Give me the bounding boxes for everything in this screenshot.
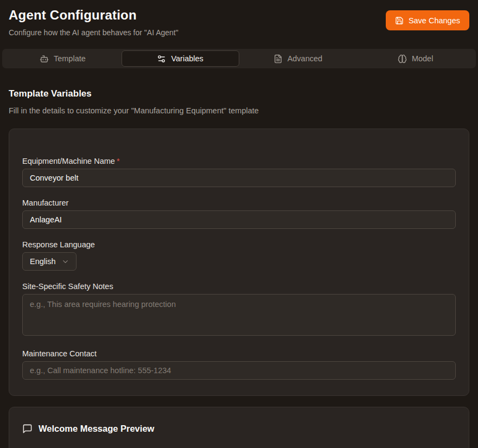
safety-notes-textarea[interactable] xyxy=(22,294,456,336)
tab-template-label: Template xyxy=(54,54,86,63)
section-title: Template Variables xyxy=(9,88,469,100)
page-header: Agent Configuration Configure how the AI… xyxy=(9,7,469,38)
safety-notes-label: Site-Specific Safety Notes xyxy=(22,281,456,291)
tab-advanced-label: Advanced xyxy=(288,54,323,63)
page-title: Agent Configuration xyxy=(9,7,179,24)
message-square-icon xyxy=(22,424,33,434)
save-changes-button[interactable]: Save Changes xyxy=(386,10,469,30)
file-text-icon xyxy=(273,54,283,63)
config-tabbar: Template Variables Advanced xyxy=(2,49,476,68)
response-language-label: Response Language xyxy=(22,240,456,249)
field-response-language: Response Language English xyxy=(22,240,456,271)
field-equipment-name: Equipment/Machine Name* xyxy=(22,156,456,187)
bot-icon xyxy=(40,54,49,63)
preview-title: Welcome Message Preview xyxy=(39,423,154,434)
section-subtitle: Fill in the details to customize your "M… xyxy=(9,105,469,116)
tab-advanced[interactable]: Advanced xyxy=(239,50,357,67)
field-manufacturer: Manufacturer xyxy=(22,198,456,229)
save-button-label: Save Changes xyxy=(409,16,460,25)
chevron-down-icon xyxy=(61,258,69,266)
save-icon xyxy=(395,16,404,25)
maintenance-contact-input[interactable] xyxy=(22,361,456,380)
equipment-name-label: Equipment/Machine Name* xyxy=(22,156,456,166)
tab-model-label: Model xyxy=(412,54,434,63)
equipment-name-input[interactable] xyxy=(22,169,456,187)
required-asterisk: * xyxy=(117,157,120,165)
tab-model[interactable]: Model xyxy=(356,50,474,67)
maintenance-contact-label: Maintenance Contact xyxy=(22,349,456,359)
tab-variables-label: Variables xyxy=(171,54,203,63)
manufacturer-label: Manufacturer xyxy=(22,198,456,208)
page-subtitle: Configure how the AI agent behaves for "… xyxy=(9,27,179,38)
tab-template[interactable]: Template xyxy=(4,50,122,67)
page-header-text: Agent Configuration Configure how the AI… xyxy=(9,7,179,38)
agent-configuration-page: Agent Configuration Configure how the AI… xyxy=(0,0,478,448)
manufacturer-input[interactable] xyxy=(22,210,456,229)
welcome-message-preview-card: Welcome Message Preview xyxy=(9,407,469,448)
preview-heading: Welcome Message Preview xyxy=(22,423,456,434)
response-language-select[interactable]: English xyxy=(22,252,77,271)
brain-icon xyxy=(398,54,407,63)
tab-variables[interactable]: Variables xyxy=(122,50,239,67)
response-language-value: English xyxy=(30,257,56,266)
field-maintenance-contact: Maintenance Contact xyxy=(22,349,456,380)
field-safety-notes: Site-Specific Safety Notes xyxy=(22,281,456,338)
sliders-icon xyxy=(157,54,166,63)
template-variables-card: Equipment/Machine Name* Manufacturer Res… xyxy=(9,129,469,396)
